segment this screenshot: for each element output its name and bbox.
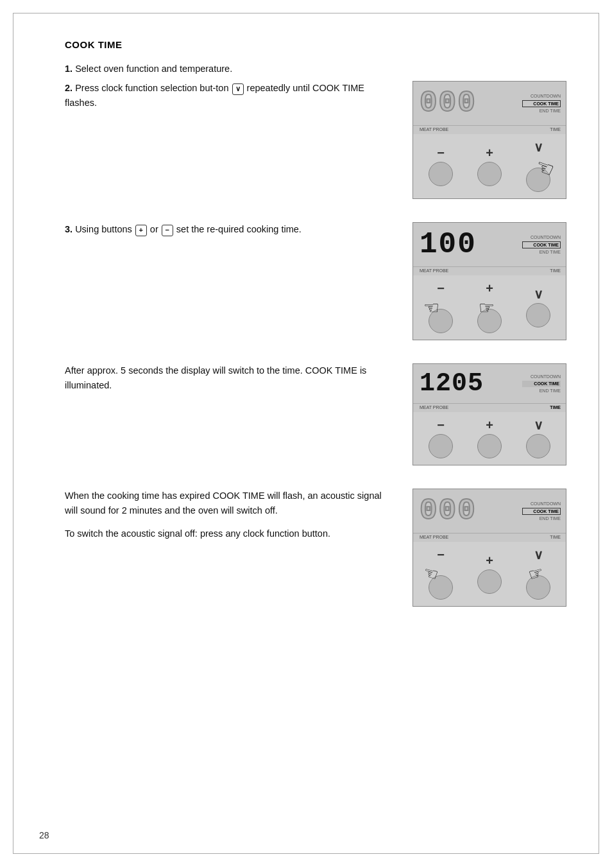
meat-probe-label-2: MEAT PROBE: [420, 268, 448, 273]
time-label-4: TIME: [550, 535, 561, 539]
digit-display-4: 0​0​0: [420, 494, 477, 528]
endtime-label-2: END TIME: [522, 249, 561, 256]
step3-content: Using buttons: [75, 224, 135, 234]
chev-btn-item-4: ∨ ☜: [526, 548, 550, 600]
plus-icon: +: [135, 225, 147, 236]
oven-panel-3: 1205 COUNTDOWN COOK TIME END TIME MEAT P…: [412, 363, 566, 465]
page-container: COOK TIME 1. Select oven function and te…: [13, 13, 599, 854]
chevron-down-icon: ∨: [232, 83, 244, 95]
plus-btn-item-1: +: [477, 146, 502, 186]
countdown-label-2: COUNTDOWN: [522, 234, 561, 241]
minus-symbol-1: −: [437, 146, 445, 159]
display-area-1: 0​0​0 COUNTDOWN COOK TIME END TIME: [413, 82, 566, 126]
oven-panel-2: 1​0​0 COUNTDOWN COOK TIME END TIME MEAT …: [412, 222, 566, 340]
cooktime-label-4: COOK TIME: [522, 508, 561, 516]
indicator-col-2: COUNTDOWN COOK TIME END TIME: [522, 228, 561, 261]
step3-number: 3.: [65, 224, 72, 234]
plus-btn-item-2: + ☜: [477, 282, 502, 333]
step3-display: 1​0​0 COUNTDOWN COOK TIME END TIME MEAT …: [412, 222, 566, 340]
minus-circle-3[interactable]: [429, 434, 453, 458]
bottom-labels-1: MEAT PROBE TIME: [413, 126, 566, 134]
endtime-label-1: END TIME: [522, 108, 561, 114]
plus-circle-3[interactable]: [477, 434, 502, 458]
page-number: 28: [39, 830, 49, 840]
time-label-3: TIME: [550, 405, 561, 410]
plus-circle-4[interactable]: [477, 569, 502, 594]
plus-btn-item-4: +: [477, 554, 502, 594]
plus-btn-item-3: +: [477, 419, 502, 458]
info2-content1: When the cooking time has expired COOK T…: [65, 489, 393, 517]
cooktime-label-1: COOK TIME: [522, 100, 561, 108]
countdown-label-3: COUNTDOWN: [522, 374, 561, 380]
meat-probe-label-3: MEAT PROBE: [420, 405, 448, 410]
step2-display: 0​0​0 COUNTDOWN COOK TIME END TIME MEAT …: [412, 81, 566, 199]
plus-circle-1[interactable]: [477, 162, 502, 186]
endtime-label-3: END TIME: [522, 388, 561, 394]
minus-btn-item-2: − ☜: [429, 282, 453, 333]
chev-btn-item-3: ∨: [526, 419, 550, 458]
info2-text: When the cooking time has expired COOK T…: [65, 489, 393, 541]
info2-display: 0​0​0 COUNTDOWN COOK TIME END TIME MEAT …: [412, 489, 566, 607]
indicator-col-3: COUNTDOWN COOK TIME END TIME: [522, 369, 561, 398]
oven-panel-1: 0​0​0 COUNTDOWN COOK TIME END TIME MEAT …: [412, 81, 566, 199]
minus-btn-item-4: − ☜: [429, 548, 453, 600]
step1-block: 1. Select oven function and temperature.: [65, 62, 566, 76]
info1-display: 1205 COUNTDOWN COOK TIME END TIME MEAT P…: [412, 363, 566, 465]
minus-circle-1[interactable]: [429, 162, 453, 186]
display-area-4: 0​0​0 COUNTDOWN COOK TIME END TIME: [413, 489, 566, 534]
hand-icon-2: ☜: [423, 297, 439, 318]
countdown-label-1: COUNTDOWN: [522, 93, 561, 100]
meat-probe-label-4: MEAT PROBE: [420, 535, 448, 539]
digit-display-2: 1​0​0: [420, 228, 477, 261]
finger-area-minus: ☜: [429, 297, 453, 333]
oven-panel-4: 0​0​0 COUNTDOWN COOK TIME END TIME MEAT …: [412, 489, 566, 607]
finger-area-chev4: ☜: [526, 564, 550, 600]
minus-symbol-2: −: [437, 282, 445, 295]
cooktime-label-2: COOK TIME: [522, 241, 561, 249]
buttons-area-4: − ☜ + ∨ ☜: [413, 542, 566, 606]
info2-content2: To switch the acoustic signal off: press…: [65, 526, 393, 541]
info1-block: After approx. 5 seconds the display will…: [65, 363, 566, 465]
finger-area-minus4: ☜: [429, 564, 453, 600]
plus-symbol-1: +: [486, 146, 493, 159]
chev-btn-item-1: ∨ ☞: [526, 141, 550, 192]
bottom-labels-4: MEAT PROBE TIME: [413, 534, 566, 542]
step1-number: 1.: [65, 64, 72, 74]
minus-btn-item-1: −: [429, 146, 453, 186]
chev-circle-3[interactable]: [526, 434, 550, 458]
finger-area-plus: ☜: [477, 297, 502, 333]
plus-symbol-4: +: [486, 554, 493, 567]
info1-text: After approx. 5 seconds the display will…: [65, 363, 393, 392]
digit-display-3: 1205: [420, 369, 484, 398]
minus-symbol-4: −: [437, 548, 445, 561]
minus-icon: −: [162, 225, 173, 236]
step1-content: Select oven function and temperature.: [75, 64, 232, 74]
step2-number: 2.: [65, 83, 72, 93]
info2-block: When the cooking time has expired COOK T…: [65, 489, 566, 607]
step2-content: Press clock function selection but-ton: [75, 83, 231, 93]
digit-display-1: 0​0​0: [420, 87, 477, 120]
buttons-area-3: − + ∨: [413, 412, 566, 465]
display-area-3: 1205 COUNTDOWN COOK TIME END TIME: [413, 364, 566, 404]
step3-block: 3. Using buttons + or − set the re-quire…: [65, 222, 566, 340]
bottom-labels-2: MEAT PROBE TIME: [413, 267, 566, 275]
finger-area-1: ☞: [526, 156, 550, 192]
plus-symbol-2: +: [486, 282, 493, 295]
endtime-label-4: END TIME: [522, 516, 561, 522]
chev-symbol-1: ∨: [534, 141, 543, 153]
minus-symbol-3: −: [437, 419, 445, 431]
minus-btn-item-3: −: [429, 419, 453, 458]
section-title: COOK TIME: [65, 39, 566, 50]
display-area-2: 1​0​0 COUNTDOWN COOK TIME END TIME: [413, 223, 566, 267]
step2-block: 2. Press clock function selection but-to…: [65, 81, 566, 199]
time-label-2: TIME: [550, 268, 561, 273]
step1-text: 1. Select oven function and temperature.: [65, 62, 566, 76]
chev-circle-2[interactable]: [526, 303, 550, 327]
step3-text: 3. Using buttons + or − set the re-quire…: [65, 222, 393, 236]
hand-icon-3: ☜: [479, 297, 495, 318]
bottom-labels-3: MEAT PROBE TIME: [413, 404, 566, 412]
step3-or: or: [150, 224, 161, 234]
time-label-1: TIME: [550, 127, 561, 132]
chev-btn-item-2: ∨: [526, 288, 550, 327]
buttons-area-1: − + ∨ ☞: [413, 134, 566, 198]
